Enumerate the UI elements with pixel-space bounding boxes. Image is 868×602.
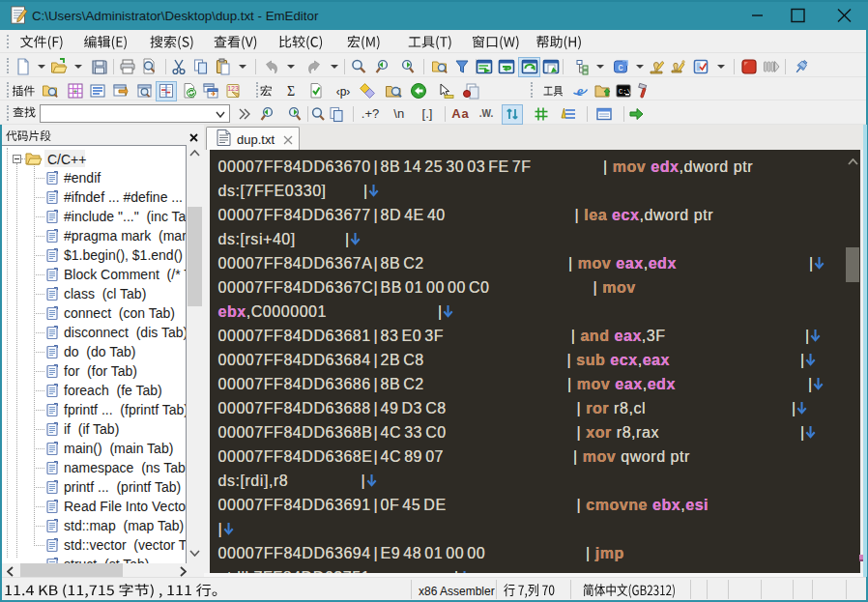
svg-text:‹p›: ‹p›	[336, 85, 351, 99]
svg-text:c: c	[619, 62, 623, 72]
svg-text:123: 123	[227, 85, 239, 92]
svg-text:e: e	[576, 83, 583, 99]
svg-text:Σ: Σ	[286, 84, 294, 99]
svg-text:+: +	[72, 87, 77, 97]
